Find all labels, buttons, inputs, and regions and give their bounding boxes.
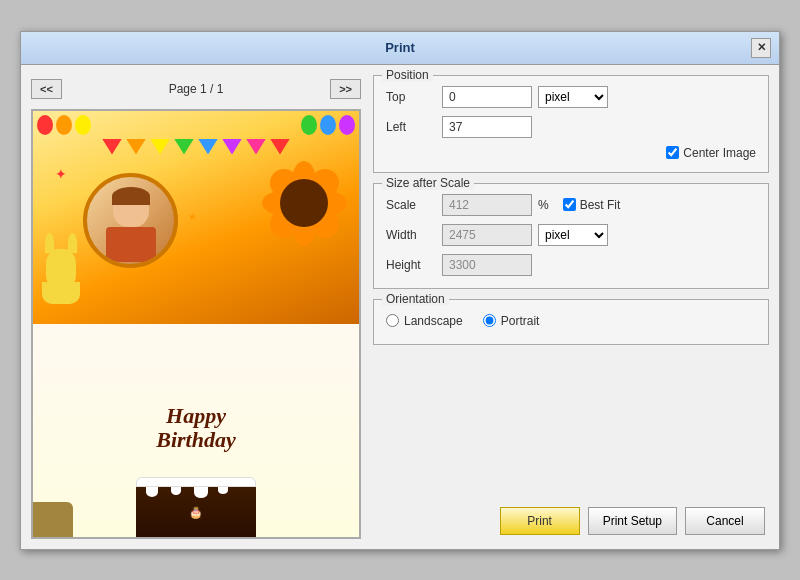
width-input[interactable] <box>442 224 532 246</box>
portrait-option[interactable]: Portrait <box>483 314 540 328</box>
confetti-2: ★ <box>188 211 197 222</box>
flag-6 <box>222 139 242 155</box>
balloon-group <box>37 115 91 135</box>
bunny-character <box>41 249 81 304</box>
nav-bar: << Page 1 / 1 >> <box>31 75 361 103</box>
preview-area: ✦ ★ Happy Birthday <box>31 109 361 539</box>
width-unit-select[interactable]: pixel inch cm <box>538 224 608 246</box>
scale-input[interactable] <box>442 194 532 216</box>
print-dialog: Print ✕ << Page 1 / 1 >> <box>20 31 780 550</box>
best-fit-label: Best Fit <box>580 198 621 212</box>
birthday-cake: 🎂 <box>136 477 256 537</box>
dialog-body: << Page 1 / 1 >> <box>21 65 779 549</box>
position-group-label: Position <box>382 68 433 82</box>
flag-3 <box>150 139 170 155</box>
page-indicator: Page 1 / 1 <box>68 82 324 96</box>
size-group: Size after Scale Scale % Best Fit Width … <box>373 183 769 289</box>
position-group: Position Top pixel inch cm Left <box>373 75 769 173</box>
left-input[interactable] <box>442 116 532 138</box>
flag-7 <box>246 139 266 155</box>
center-image-row: Center Image <box>386 146 756 160</box>
happy-birthday-text: Happy Birthday <box>156 404 235 452</box>
top-row: Top pixel inch cm <box>386 86 756 108</box>
left-row: Left <box>386 116 756 138</box>
title-bar: Print ✕ <box>21 32 779 65</box>
scale-label: Scale <box>386 198 436 212</box>
scale-row: Scale % Best Fit <box>386 194 756 216</box>
card-background: ✦ ★ Happy Birthday <box>33 111 359 537</box>
left-panel: << Page 1 / 1 >> <box>31 75 361 539</box>
happy-banner <box>45 139 347 155</box>
orientation-options: Landscape Portrait <box>386 310 756 332</box>
balloon-orange <box>56 115 72 135</box>
landscape-option[interactable]: Landscape <box>386 314 463 328</box>
height-input[interactable] <box>442 254 532 276</box>
flag-4 <box>174 139 194 155</box>
dialog-title: Print <box>49 40 751 55</box>
balloon-green <box>301 115 317 135</box>
button-bar: Print Print Setup Cancel <box>373 499 769 539</box>
best-fit-checkbox[interactable] <box>563 198 576 211</box>
width-label: Width <box>386 228 436 242</box>
orientation-group: Orientation Landscape Portrait <box>373 299 769 345</box>
portrait-label: Portrait <box>501 314 540 328</box>
flag-2 <box>126 139 146 155</box>
balloon-blue <box>320 115 336 135</box>
size-group-label: Size after Scale <box>382 176 474 190</box>
portrait-radio[interactable] <box>483 314 496 327</box>
prev-page-button[interactable]: << <box>31 79 62 99</box>
basket <box>33 502 73 537</box>
balloon-yellow <box>75 115 91 135</box>
print-setup-button[interactable]: Print Setup <box>588 507 677 535</box>
landscape-label: Landscape <box>404 314 463 328</box>
height-label: Height <box>386 258 436 272</box>
balloon-group-right <box>301 115 355 135</box>
next-page-button[interactable]: >> <box>330 79 361 99</box>
center-image-label: Center Image <box>683 146 756 160</box>
photo-circle <box>83 173 178 268</box>
balloon-purple <box>339 115 355 135</box>
landscape-radio[interactable] <box>386 314 399 327</box>
card-bottom-section: Happy Birthday 🎂 <box>33 324 359 537</box>
width-row: Width pixel inch cm <box>386 224 756 246</box>
balloon-red <box>37 115 53 135</box>
right-panel: Position Top pixel inch cm Left <box>373 75 769 539</box>
card-top-section: ✦ ★ <box>33 111 359 324</box>
close-button[interactable]: ✕ <box>751 38 771 58</box>
top-unit-select[interactable]: pixel inch cm <box>538 86 608 108</box>
top-label: Top <box>386 90 436 104</box>
pct-label: % <box>538 198 549 212</box>
print-button[interactable]: Print <box>500 507 580 535</box>
sunflower <box>262 161 347 246</box>
cancel-button[interactable]: Cancel <box>685 507 765 535</box>
flag-8 <box>270 139 290 155</box>
left-label: Left <box>386 120 436 134</box>
height-row: Height <box>386 254 756 276</box>
orientation-group-label: Orientation <box>382 292 449 306</box>
top-input[interactable] <box>442 86 532 108</box>
flag-1 <box>102 139 122 155</box>
confetti: ✦ <box>55 166 67 182</box>
flag-5 <box>198 139 218 155</box>
center-image-checkbox[interactable] <box>666 146 679 159</box>
